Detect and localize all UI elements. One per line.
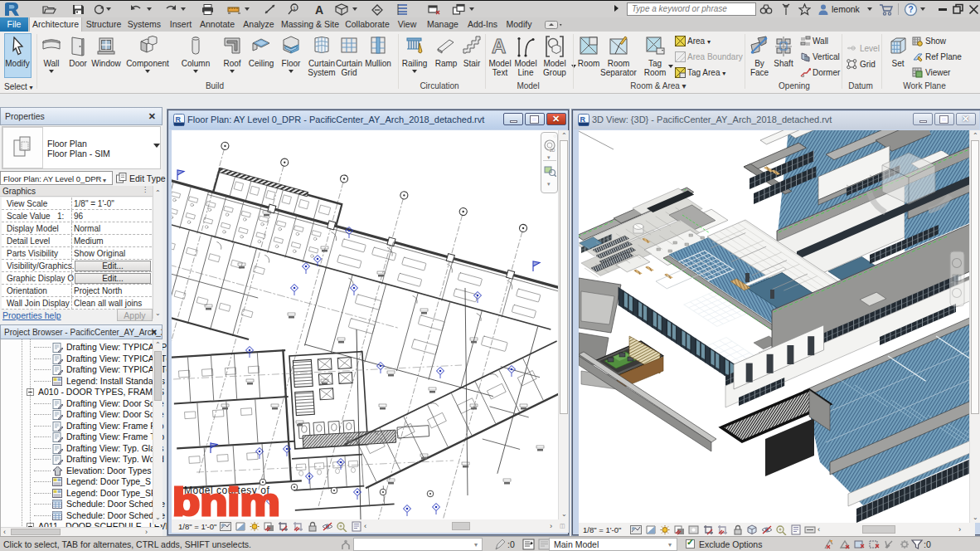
svg-text:A: A — [315, 3, 323, 16]
svg-text:2D: 2D — [550, 148, 555, 153]
svg-text:A: A — [492, 35, 506, 57]
svg-text:1: 1 — [293, 6, 296, 11]
svg-text:?: ? — [909, 5, 914, 14]
